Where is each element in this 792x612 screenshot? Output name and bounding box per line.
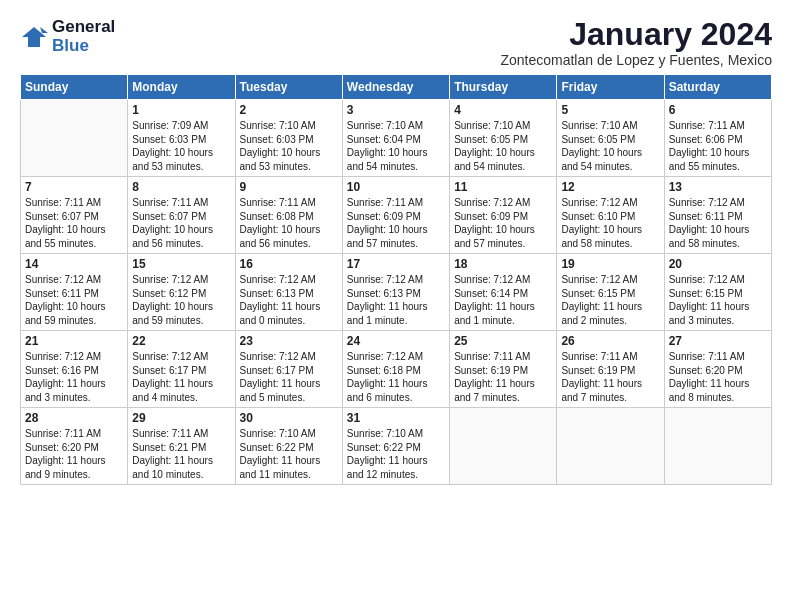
day-cell: 16Sunrise: 7:12 AMSunset: 6:13 PMDayligh… [235, 254, 342, 331]
day-number: 30 [240, 411, 338, 425]
day-number: 26 [561, 334, 659, 348]
day-number: 9 [240, 180, 338, 194]
weekday-header-monday: Monday [128, 75, 235, 100]
week-row-2: 7Sunrise: 7:11 AMSunset: 6:07 PMDaylight… [21, 177, 772, 254]
day-cell [664, 408, 771, 485]
week-row-3: 14Sunrise: 7:12 AMSunset: 6:11 PMDayligh… [21, 254, 772, 331]
day-cell: 20Sunrise: 7:12 AMSunset: 6:15 PMDayligh… [664, 254, 771, 331]
day-cell [21, 100, 128, 177]
day-number: 25 [454, 334, 552, 348]
day-number: 15 [132, 257, 230, 271]
day-number: 6 [669, 103, 767, 117]
day-number: 5 [561, 103, 659, 117]
day-cell: 10Sunrise: 7:11 AMSunset: 6:09 PMDayligh… [342, 177, 449, 254]
day-info: Sunrise: 7:12 AMSunset: 6:17 PMDaylight:… [240, 350, 338, 404]
logo: General Blue [20, 18, 115, 55]
day-number: 21 [25, 334, 123, 348]
day-cell [557, 408, 664, 485]
day-cell: 23Sunrise: 7:12 AMSunset: 6:17 PMDayligh… [235, 331, 342, 408]
day-info: Sunrise: 7:12 AMSunset: 6:17 PMDaylight:… [132, 350, 230, 404]
day-cell: 19Sunrise: 7:12 AMSunset: 6:15 PMDayligh… [557, 254, 664, 331]
day-info: Sunrise: 7:12 AMSunset: 6:09 PMDaylight:… [454, 196, 552, 250]
day-number: 10 [347, 180, 445, 194]
day-cell: 15Sunrise: 7:12 AMSunset: 6:12 PMDayligh… [128, 254, 235, 331]
day-number: 23 [240, 334, 338, 348]
day-cell: 2Sunrise: 7:10 AMSunset: 6:03 PMDaylight… [235, 100, 342, 177]
day-info: Sunrise: 7:10 AMSunset: 6:22 PMDaylight:… [240, 427, 338, 481]
day-cell: 14Sunrise: 7:12 AMSunset: 6:11 PMDayligh… [21, 254, 128, 331]
week-row-1: 1Sunrise: 7:09 AMSunset: 6:03 PMDaylight… [21, 100, 772, 177]
weekday-header-friday: Friday [557, 75, 664, 100]
day-number: 2 [240, 103, 338, 117]
day-number: 29 [132, 411, 230, 425]
day-info: Sunrise: 7:12 AMSunset: 6:15 PMDaylight:… [561, 273, 659, 327]
header: General Blue January 2024 Zontecomatlan … [20, 18, 772, 68]
day-info: Sunrise: 7:10 AMSunset: 6:05 PMDaylight:… [454, 119, 552, 173]
day-number: 18 [454, 257, 552, 271]
day-cell: 31Sunrise: 7:10 AMSunset: 6:22 PMDayligh… [342, 408, 449, 485]
week-row-4: 21Sunrise: 7:12 AMSunset: 6:16 PMDayligh… [21, 331, 772, 408]
day-info: Sunrise: 7:09 AMSunset: 6:03 PMDaylight:… [132, 119, 230, 173]
day-info: Sunrise: 7:10 AMSunset: 6:03 PMDaylight:… [240, 119, 338, 173]
day-cell: 24Sunrise: 7:12 AMSunset: 6:18 PMDayligh… [342, 331, 449, 408]
day-cell: 27Sunrise: 7:11 AMSunset: 6:20 PMDayligh… [664, 331, 771, 408]
day-number: 31 [347, 411, 445, 425]
day-cell: 21Sunrise: 7:12 AMSunset: 6:16 PMDayligh… [21, 331, 128, 408]
day-number: 17 [347, 257, 445, 271]
day-cell: 11Sunrise: 7:12 AMSunset: 6:09 PMDayligh… [450, 177, 557, 254]
day-number: 28 [25, 411, 123, 425]
day-number: 13 [669, 180, 767, 194]
day-cell: 28Sunrise: 7:11 AMSunset: 6:20 PMDayligh… [21, 408, 128, 485]
day-cell: 18Sunrise: 7:12 AMSunset: 6:14 PMDayligh… [450, 254, 557, 331]
day-number: 7 [25, 180, 123, 194]
weekday-header-row: SundayMondayTuesdayWednesdayThursdayFrid… [21, 75, 772, 100]
day-cell: 1Sunrise: 7:09 AMSunset: 6:03 PMDaylight… [128, 100, 235, 177]
day-info: Sunrise: 7:11 AMSunset: 6:07 PMDaylight:… [132, 196, 230, 250]
day-number: 8 [132, 180, 230, 194]
day-cell: 17Sunrise: 7:12 AMSunset: 6:13 PMDayligh… [342, 254, 449, 331]
day-number: 16 [240, 257, 338, 271]
day-info: Sunrise: 7:10 AMSunset: 6:05 PMDaylight:… [561, 119, 659, 173]
day-number: 22 [132, 334, 230, 348]
day-info: Sunrise: 7:12 AMSunset: 6:11 PMDaylight:… [669, 196, 767, 250]
day-number: 27 [669, 334, 767, 348]
day-info: Sunrise: 7:10 AMSunset: 6:04 PMDaylight:… [347, 119, 445, 173]
day-info: Sunrise: 7:12 AMSunset: 6:18 PMDaylight:… [347, 350, 445, 404]
day-info: Sunrise: 7:12 AMSunset: 6:14 PMDaylight:… [454, 273, 552, 327]
day-info: Sunrise: 7:12 AMSunset: 6:15 PMDaylight:… [669, 273, 767, 327]
day-cell: 29Sunrise: 7:11 AMSunset: 6:21 PMDayligh… [128, 408, 235, 485]
day-info: Sunrise: 7:11 AMSunset: 6:20 PMDaylight:… [25, 427, 123, 481]
day-cell: 12Sunrise: 7:12 AMSunset: 6:10 PMDayligh… [557, 177, 664, 254]
calendar-table: SundayMondayTuesdayWednesdayThursdayFrid… [20, 74, 772, 485]
day-info: Sunrise: 7:11 AMSunset: 6:19 PMDaylight:… [454, 350, 552, 404]
weekday-header-tuesday: Tuesday [235, 75, 342, 100]
day-cell: 9Sunrise: 7:11 AMSunset: 6:08 PMDaylight… [235, 177, 342, 254]
logo-text: General Blue [52, 18, 115, 55]
day-info: Sunrise: 7:11 AMSunset: 6:07 PMDaylight:… [25, 196, 123, 250]
day-info: Sunrise: 7:11 AMSunset: 6:19 PMDaylight:… [561, 350, 659, 404]
day-number: 11 [454, 180, 552, 194]
day-number: 14 [25, 257, 123, 271]
title-block: January 2024 Zontecomatlan de Lopez y Fu… [500, 18, 772, 68]
day-number: 20 [669, 257, 767, 271]
month-title: January 2024 [500, 18, 772, 50]
day-number: 3 [347, 103, 445, 117]
day-number: 24 [347, 334, 445, 348]
day-info: Sunrise: 7:12 AMSunset: 6:13 PMDaylight:… [347, 273, 445, 327]
day-cell: 26Sunrise: 7:11 AMSunset: 6:19 PMDayligh… [557, 331, 664, 408]
page: General Blue January 2024 Zontecomatlan … [0, 0, 792, 495]
day-cell: 7Sunrise: 7:11 AMSunset: 6:07 PMDaylight… [21, 177, 128, 254]
day-info: Sunrise: 7:12 AMSunset: 6:11 PMDaylight:… [25, 273, 123, 327]
day-cell: 22Sunrise: 7:12 AMSunset: 6:17 PMDayligh… [128, 331, 235, 408]
svg-marker-1 [40, 27, 48, 33]
day-info: Sunrise: 7:11 AMSunset: 6:21 PMDaylight:… [132, 427, 230, 481]
weekday-header-sunday: Sunday [21, 75, 128, 100]
day-cell: 5Sunrise: 7:10 AMSunset: 6:05 PMDaylight… [557, 100, 664, 177]
day-cell [450, 408, 557, 485]
subtitle: Zontecomatlan de Lopez y Fuentes, Mexico [500, 52, 772, 68]
logo-icon [20, 23, 48, 51]
day-info: Sunrise: 7:11 AMSunset: 6:06 PMDaylight:… [669, 119, 767, 173]
day-number: 1 [132, 103, 230, 117]
day-info: Sunrise: 7:12 AMSunset: 6:13 PMDaylight:… [240, 273, 338, 327]
day-info: Sunrise: 7:11 AMSunset: 6:20 PMDaylight:… [669, 350, 767, 404]
